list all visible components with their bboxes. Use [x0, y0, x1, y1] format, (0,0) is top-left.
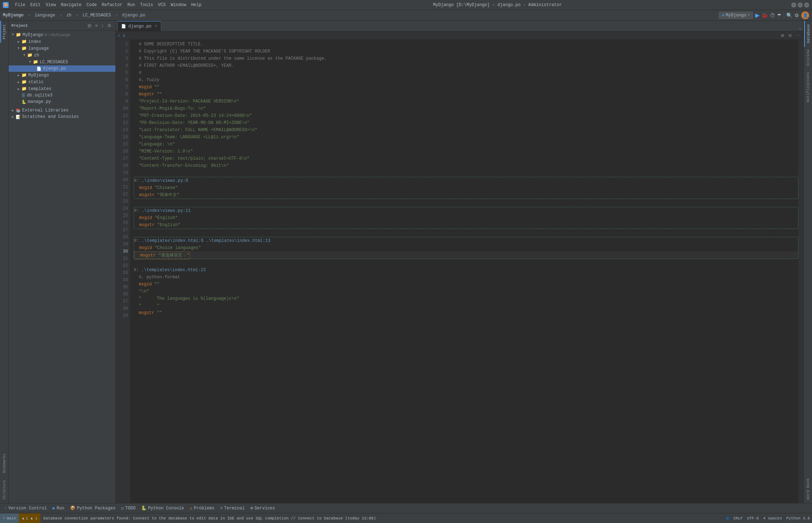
file-icon-manage: 🐍	[21, 100, 26, 104]
menu-edit[interactable]: Edit	[28, 2, 43, 8]
code-line-11: "POT-Creation-Date: 2024-05-23 14:24+080…	[134, 112, 798, 119]
statusbar-indent[interactable]: 4 spaces	[761, 516, 784, 520]
menu-view[interactable]: View	[44, 2, 58, 8]
tree-item-external[interactable]: ▶ 📚 External Libraries	[9, 107, 115, 114]
right-tab-database[interactable]: Database	[804, 21, 812, 47]
line-number-8: 8	[116, 91, 128, 98]
word-book-tab[interactable]: Word Book	[804, 475, 812, 503]
menu-navigate[interactable]: Navigate	[59, 2, 84, 8]
line-number-19: 19	[116, 169, 128, 176]
block-24-26: #: .\index\views.py:11 msgid "English" m…	[134, 207, 798, 229]
bottom-tab-services[interactable]: ⚙ Services	[248, 503, 278, 513]
editor-more-btn[interactable]: ⋯	[794, 33, 801, 38]
menu-tools[interactable]: Tools	[138, 2, 155, 8]
tree-item-templates[interactable]: ▶ 📁 templates	[9, 85, 115, 92]
maximize-button[interactable]: □	[798, 3, 803, 8]
sidebar-collapse-btn[interactable]: ≡	[94, 23, 99, 29]
tree-item-manage[interactable]: 🐍 manage.py	[9, 99, 115, 105]
bottom-tab-todo[interactable]: ☑ TODO	[118, 503, 138, 513]
bottom-tab-vcs[interactable]: ↑ Version Control	[1, 503, 50, 513]
search-button[interactable]: 🔍	[786, 13, 792, 18]
tab-more-btn[interactable]: ⋯	[799, 26, 801, 31]
nav-sep3: ›	[76, 13, 78, 18]
code-editor[interactable]: # SOME DESCRIPTIVE TITLE. # Copyright (C…	[130, 40, 798, 503]
run-config-dropdown[interactable]: ▼	[748, 13, 750, 17]
tab-close-btn[interactable]: ×	[155, 24, 157, 28]
coverage-button[interactable]: ☂	[777, 13, 782, 18]
code-line-2: # Copyright (C) YEAR THE PACKAGE'S COPYR…	[134, 48, 798, 55]
statusbar-encoding[interactable]: UTF-8	[745, 516, 761, 520]
line-number-3: 3	[116, 55, 128, 62]
statusbar-crlf[interactable]: CRLF	[731, 516, 745, 520]
tree-item-root[interactable]: ▼ 📁 MyDjango D:\MyDjango	[9, 31, 115, 38]
close-button[interactable]: ×	[804, 3, 809, 8]
menu-window[interactable]: Window	[169, 2, 188, 8]
titlebar: 🎨 File Edit View Navigate Code Refactor …	[0, 0, 812, 10]
line-number-36: 36	[116, 291, 128, 298]
bottom-tab-terminal-label: Terminal	[224, 506, 245, 511]
file-icon-django-po: 📄	[36, 66, 41, 71]
menu-file[interactable]: File	[13, 2, 28, 8]
bottom-tab-run[interactable]: ▶ Run	[50, 503, 67, 513]
settings-button[interactable]: ⚙	[794, 13, 799, 18]
line-number-25: 25	[116, 212, 128, 219]
line-number-7: 7	[116, 84, 128, 91]
tree-item-zh[interactable]: ▼ 📁 zh	[9, 52, 115, 59]
menu-refactor[interactable]: Refactor	[100, 2, 125, 8]
bottom-tab-services-label: Services	[254, 506, 275, 511]
menu-code[interactable]: Code	[84, 2, 99, 8]
editor-scroll[interactable]: 1234567891011121314151617181920212223242…	[116, 40, 803, 503]
editor-expand-btn[interactable]: ⊞	[779, 33, 786, 38]
nav-sep4: ›	[115, 13, 118, 18]
bottom-tab-python-console[interactable]: 🐍 Python Console	[138, 503, 187, 513]
tree-item-static[interactable]: ▶ 📁 static	[9, 79, 115, 85]
tree-item-language[interactable]: ▼ 📁 language	[9, 45, 115, 52]
tree-item-db[interactable]: 🗄 db.sqlite3	[9, 92, 115, 99]
editor-collapse-btn[interactable]: ⊟	[787, 33, 793, 38]
bottom-tab-terminal[interactable]: > Terminal	[217, 503, 248, 513]
main-area: Project Bookmarks Structure Project ⊞ ≡ …	[0, 21, 812, 503]
window-title: MyDjango [D:\MyDjango] - django.po - Adm…	[208, 3, 787, 8]
folder-icon-index: 📁	[21, 39, 27, 44]
run-icon: ▶	[53, 505, 55, 511]
sidebar-settings-btn[interactable]: ⚙	[106, 23, 113, 29]
tree-item-mydjango-pkg[interactable]: ▶ 📁 MyDjango	[9, 72, 115, 79]
run-config-label[interactable]: MyDjango	[726, 13, 746, 18]
statusbar-lang[interactable]: Python 3.8	[784, 516, 812, 520]
menu-run[interactable]: Run	[125, 2, 137, 8]
menu-vcs[interactable]: VCS	[156, 2, 168, 8]
minimize-button[interactable]: −	[791, 3, 796, 8]
terminal-icon: >	[220, 506, 223, 511]
menu-help[interactable]: Help	[189, 2, 204, 8]
sidebar-scope-btn[interactable]: ⊞	[86, 23, 93, 29]
debug-button[interactable]: 🐞	[762, 13, 768, 18]
tree-item-index[interactable]: ▶ 📁 index	[9, 38, 115, 45]
left-tab-structure[interactable]: Structure	[0, 477, 8, 503]
tab-icon: 📄	[121, 24, 126, 29]
profile-icon-button[interactable]: 👤	[801, 11, 809, 19]
nav-zh: zh	[66, 13, 71, 18]
code-line-30: msgstr "请选择语言："	[134, 251, 798, 259]
tree-path-root: D:\MyDjango	[45, 33, 71, 37]
tree-item-lc[interactable]: ▼ 📁 LC_MESSAGES	[9, 59, 115, 65]
tree-item-django-po[interactable]: 📄 django.po	[9, 65, 115, 72]
bottom-tab-python-packages[interactable]: 📦 Python Packages	[67, 503, 118, 513]
left-tab-project[interactable]: Project	[0, 21, 8, 43]
run-button[interactable]: ▶	[755, 12, 759, 19]
tree-item-scratches[interactable]: ▶ 📝 Scratches and Consoles	[9, 114, 115, 120]
line-number-2: 2	[116, 48, 128, 55]
project-name[interactable]: MyDjango	[3, 13, 24, 18]
code-line-28: #: .\templates\index.html:6 .\templates\…	[134, 237, 798, 244]
sidebar-sort-btn[interactable]: ↕	[100, 23, 105, 29]
right-tab-sciview[interactable]: SciView	[804, 47, 812, 69]
left-tab-bookmarks[interactable]: Bookmarks	[0, 450, 8, 477]
profile-button[interactable]: ⏱	[770, 13, 775, 18]
right-tab-notifications[interactable]: Notifications	[804, 69, 812, 105]
code-line-17: "Content-Type: text/plain; charset=UTF-8…	[134, 155, 798, 162]
bottom-tab-problems[interactable]: ⚠ Problems	[187, 503, 217, 513]
tab-django-po[interactable]: 📄 django.po ×	[117, 21, 161, 31]
line-number-5: 5	[116, 69, 128, 76]
validation-icon: ✓ 1	[118, 33, 125, 38]
statusbar-git[interactable]: ⑂ main	[0, 513, 19, 523]
statusbar-warnings[interactable]: ▲ 1 ▲ 1	[19, 513, 40, 523]
